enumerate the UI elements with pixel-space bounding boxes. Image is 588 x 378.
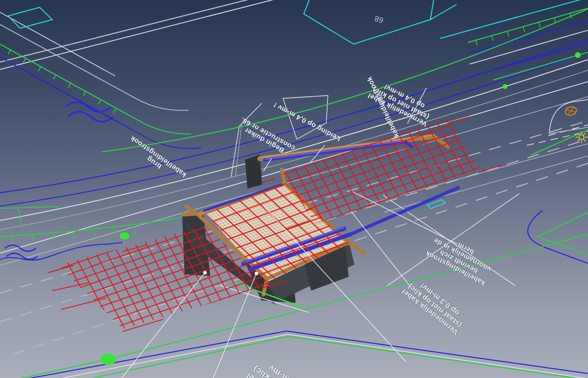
- tree-symbol: [503, 84, 508, 89]
- klic-cable-mesh: [48, 114, 502, 335]
- building-68-outline: [304, 0, 457, 44]
- manhole-symbol: [564, 106, 577, 117]
- water-wave-symbols: [0, 102, 122, 260]
- tree-symbol: [100, 354, 116, 365]
- building-small-outline: [8, 7, 52, 28]
- tree-symbol: [575, 52, 581, 58]
- tree-symbol: [120, 232, 129, 240]
- lamp-symbol: [576, 131, 588, 143]
- cad-3d-viewport[interactable]: brug kabel/leidingstrook Begin duiker co…: [0, 0, 588, 378]
- drawing-canvas: [0, 0, 588, 378]
